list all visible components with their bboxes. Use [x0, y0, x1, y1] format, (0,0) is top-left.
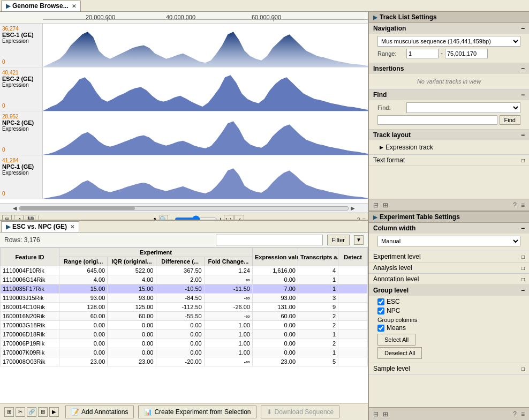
genome-browser-area: 20,000,000 40,000,000 60,000,000 36,274 …: [0, 12, 368, 221]
find-text-input[interactable]: [377, 115, 497, 125]
cell-range-0: 645.00: [59, 266, 108, 275]
column-width-row: Manual: [377, 236, 520, 246]
create-experiment-button[interactable]: 📊 Create Experiment from Selection: [138, 406, 256, 418]
genome-tab-icon: ▶: [6, 3, 10, 10]
navigation-content: Mus musculus sequence (145,441,459bp) Ra…: [369, 34, 529, 63]
track-type-esc1: Expression: [2, 38, 40, 44]
help-icon-exp: ?: [513, 410, 517, 418]
range-from-input[interactable]: [406, 49, 439, 58]
genome-ruler: 20,000,000 40,000,000 60,000,000: [0, 12, 368, 24]
track-npc2: 28,952 NPC-2 (GE) Expression 0: [0, 111, 368, 155]
genome-tab-close[interactable]: ✕: [72, 3, 76, 9]
table-row[interactable]: 1600014C10Rik 128.00 125.00 -112.50 -26.…: [1, 303, 368, 312]
zoom-out-btn[interactable]: 🔍: [160, 215, 168, 221]
track-settings-icon2: ⊞: [383, 201, 388, 209]
navigation-section-header[interactable]: Navigation −: [369, 23, 529, 34]
expression-track-triangle: ▶: [380, 145, 383, 150]
find-section-header[interactable]: Find −: [369, 89, 529, 100]
column-width-header[interactable]: Column width −: [369, 223, 529, 234]
cell-expr-8: 0.00: [253, 339, 298, 348]
genome-browser-tab[interactable]: ▶ Genome Browse... ✕: [1, 1, 81, 11]
cell-fold-4: -26.00: [204, 303, 252, 312]
table-row[interactable]: 1700006D18Rik 0.00 0.00 0.00 1.00 0.00 1: [1, 330, 368, 339]
insertions-section-header[interactable]: Insertions −: [369, 63, 529, 74]
cell-fold-10: -∞: [204, 357, 252, 366]
table-row[interactable]: 1600016N20Rik 60.00 60.00 -55.50 -∞ 60.0…: [1, 312, 368, 321]
track-canvas-npc1[interactable]: [43, 155, 368, 199]
col-header-trans: Transcripts a...: [298, 248, 338, 266]
select-all-button[interactable]: Select All: [377, 334, 415, 346]
add-annotations-button[interactable]: 📝 Add Annotations: [65, 406, 134, 418]
find-label: Find: [373, 91, 387, 99]
track-canvas-esc2[interactable]: [43, 68, 368, 111]
toolbar-btn-2[interactable]: ↗: [14, 215, 24, 221]
toolbar-sep-1: [39, 215, 39, 221]
action-icon-5[interactable]: ▶: [49, 407, 59, 417]
deselect-all-button[interactable]: Deselect All: [377, 347, 422, 359]
sample-level-label: Sample level: [373, 365, 410, 372]
cell-expr-1: 0.00: [253, 275, 298, 284]
toolbar-btn-3[interactable]: 💾: [26, 215, 35, 221]
cell-diff-10: -20.00: [156, 357, 204, 366]
filter-input[interactable]: [216, 235, 323, 245]
table-row[interactable]: 1110004F10Rik 645.00 522.00 367.50 1.24 …: [1, 266, 368, 275]
table-menu-button[interactable]: ▼: [354, 235, 364, 245]
range-to-input[interactable]: [445, 49, 488, 58]
experiment-tab-close[interactable]: ✕: [70, 224, 74, 230]
col-header-iqr: IQR (original...: [108, 257, 156, 266]
zoom-all-btn[interactable]: ⤢: [235, 215, 244, 221]
scrollbar-thumb[interactable]: [20, 207, 135, 210]
table-row[interactable]: 1110035F17Rik 15.00 15.00 -10.50 -11.50 …: [1, 284, 368, 294]
npc-checkbox[interactable]: [377, 308, 384, 314]
svg-marker-0: [43, 32, 368, 67]
table-row[interactable]: 1700008O03Rik 23.00 23.00 -20.00 -∞ 23.0…: [1, 357, 368, 366]
track-layout-section-header[interactable]: Track layout −: [369, 130, 529, 140]
table-row[interactable]: 1700007K09Rik 0.00 0.00 0.00 1.00 0.00 1: [1, 348, 368, 357]
action-icon-2[interactable]: ✂: [16, 407, 25, 417]
cell-diff-0: 367.50: [156, 266, 204, 275]
text-format-section: Text format □: [369, 155, 529, 166]
cell-diff-4: -112.50: [156, 303, 204, 312]
track-canvas-npc2[interactable]: [43, 111, 368, 155]
cell-diff-2: -10.50: [156, 284, 204, 294]
cell-fold-7: 1.00: [204, 330, 252, 339]
range-dash: -: [441, 50, 443, 57]
exp-icon1: ⊟: [373, 410, 379, 418]
filter-button[interactable]: Filter: [327, 235, 350, 245]
zoom-fit-btn[interactable]: 1:1: [224, 215, 233, 221]
scroll-right-arrow[interactable]: ▶: [349, 204, 357, 213]
genome-scrollbar[interactable]: ◀ ▶: [0, 203, 368, 213]
table-row[interactable]: 1700003G18Rik 0.00 0.00 0.00 1.00 0.00 2: [1, 321, 368, 330]
find-select[interactable]: [406, 102, 520, 113]
group-level-content: ESC NPC Group columns Means Select All D…: [369, 296, 529, 363]
track-container[interactable]: 36,274 ESC-1 (GE) Expression 0: [0, 24, 368, 203]
download-sequence-button[interactable]: ⬇ Download Sequence: [261, 406, 339, 418]
svg-marker-1: [43, 75, 368, 111]
track-type-npc1: Expression: [2, 170, 40, 176]
table-row[interactable]: 1110006G14Rik 4.00 4.00 2.00 ∞ 0.00 1: [1, 275, 368, 284]
experiment-tab[interactable]: ▶ ESC vs. NPC (GE) ✕: [1, 221, 79, 232]
find-button[interactable]: Find: [500, 115, 520, 125]
group-level-header[interactable]: Group level −: [369, 285, 529, 296]
find-section: Find − Find: Find: [369, 89, 529, 130]
scroll-left-arrow[interactable]: ◀: [11, 204, 19, 213]
means-checkbox[interactable]: [377, 325, 384, 332]
zoom-slider[interactable]: [175, 218, 217, 221]
action-icon-3[interactable]: 🔗: [27, 407, 36, 417]
action-icon-1[interactable]: ⊞: [4, 407, 14, 417]
find-row: Find:: [377, 102, 520, 113]
npc-label: NPC: [387, 307, 400, 314]
esc-checkbox[interactable]: [377, 298, 384, 305]
table-row[interactable]: 1700006P19Rik 0.00 0.00 0.00 1.00 0.00 2: [1, 339, 368, 348]
column-width-select[interactable]: Manual: [377, 236, 520, 246]
sequence-select[interactable]: Mus musculus sequence (145,441,459bp): [377, 36, 520, 47]
action-icon-4[interactable]: ⊞: [38, 407, 48, 417]
toolbar-btn-1[interactable]: ⊞: [2, 215, 12, 221]
data-table-wrapper[interactable]: Feature ID Experiment Expression values …: [0, 248, 368, 403]
track-canvas-esc1[interactable]: [43, 24, 368, 67]
scrollbar-track[interactable]: [19, 206, 349, 211]
table-row[interactable]: 1190003J15Rik 93.00 93.00 -84.50 -∞ 93.0…: [1, 294, 368, 303]
cell-trans-9: 1: [298, 348, 338, 357]
experiment-settings-arrow-icon: ▶: [373, 214, 377, 220]
expression-track-subsection[interactable]: ▶ Expression track: [377, 142, 520, 152]
